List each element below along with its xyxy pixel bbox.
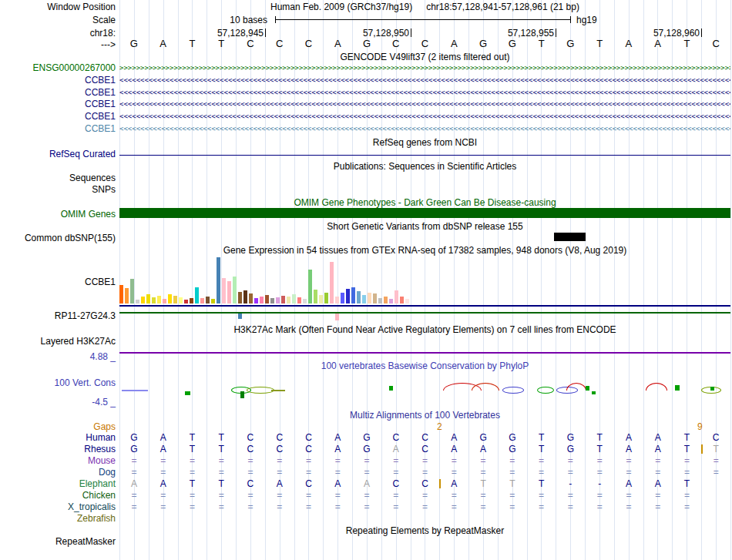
gtex-expression-bar[interactable] bbox=[184, 300, 188, 303]
gtex-expression-bar[interactable] bbox=[136, 300, 139, 303]
transcript-item[interactable]: >>>>>>>>>>>>>>>>>>>>>>>>>>>>>>>>>>>>>>>>… bbox=[119, 63, 730, 73]
gtex-expression-bar[interactable] bbox=[373, 293, 377, 303]
conservation-mark bbox=[586, 386, 589, 391]
gtex-expression-bar[interactable] bbox=[276, 297, 280, 303]
h3k27ac-track-label[interactable]: Layered H3K27Ac bbox=[0, 336, 116, 347]
gtex-expression-bar[interactable] bbox=[249, 293, 253, 303]
gtex-expression-bar[interactable] bbox=[292, 294, 296, 303]
gtex-expression-bar[interactable] bbox=[335, 314, 339, 320]
gtex-expression-bar[interactable] bbox=[206, 297, 210, 303]
transcript-item[interactable]: <<<<<<<<<<<<<<<<<<<<<<<<<<<<<<<<<<<<<<<<… bbox=[119, 112, 730, 122]
species-label-human[interactable]: Human bbox=[0, 432, 116, 443]
gtex-expression-bar[interactable] bbox=[281, 296, 285, 303]
gtex-expression-bar[interactable] bbox=[400, 297, 404, 303]
omim-gene-item[interactable] bbox=[119, 208, 730, 218]
gene-label[interactable]: CCBE1 bbox=[0, 123, 116, 134]
dbsnp-track-label[interactable]: Common dbSNP(155) bbox=[0, 233, 116, 243]
gtex-expression-bar[interactable] bbox=[389, 299, 393, 303]
gtex-expression-bar[interactable] bbox=[357, 291, 361, 303]
gtex-expression-bar[interactable] bbox=[405, 299, 409, 303]
gtex-expression-bar[interactable] bbox=[179, 297, 183, 303]
gtex-expression-bar[interactable] bbox=[319, 295, 323, 303]
gtex-expression-bar[interactable] bbox=[308, 270, 312, 303]
species-label-elephant[interactable]: Elephant bbox=[0, 478, 116, 489]
gtex-expression-bar[interactable] bbox=[146, 294, 150, 303]
base-letter: G bbox=[352, 39, 381, 49]
omim-genes-label[interactable]: OMIM Genes bbox=[0, 209, 116, 220]
refseq-curated-label[interactable]: RefSeq Curated bbox=[0, 149, 116, 159]
gtex-expression-bar[interactable] bbox=[335, 297, 339, 303]
repeatmasker-track-label[interactable]: RepeatMasker bbox=[0, 536, 116, 547]
gtex-expression-bar[interactable] bbox=[260, 297, 264, 303]
gtex-expression-bar[interactable] bbox=[351, 287, 355, 303]
alignment-base: C bbox=[236, 478, 265, 489]
species-label-dog[interactable]: Dog bbox=[0, 467, 116, 478]
gtex-expression-bar[interactable] bbox=[238, 292, 242, 303]
species-label-x_tropicalis[interactable]: X_tropicalis bbox=[0, 501, 116, 512]
gtex-expression-bar[interactable] bbox=[211, 299, 215, 303]
gtex-expression-bar[interactable] bbox=[324, 293, 328, 303]
gtex-expression-bar[interactable] bbox=[195, 287, 199, 303]
gtex-expression-bar[interactable] bbox=[200, 298, 204, 303]
transcript-item[interactable]: <<<<<<<<<<<<<<<<<<<<<<<<<<<<<<<<<<<<<<<<… bbox=[119, 124, 730, 134]
alignment-base: = bbox=[614, 455, 643, 466]
gtex-expression-bar[interactable] bbox=[130, 279, 134, 303]
gaps-row-label[interactable]: Gaps bbox=[0, 421, 116, 432]
gtex-expression-bar[interactable] bbox=[314, 290, 317, 303]
species-label-mouse[interactable]: Mouse bbox=[0, 455, 116, 466]
gtex-expression-bar[interactable] bbox=[163, 299, 166, 303]
rp11-gene-label[interactable]: RP11-27G24.3 bbox=[0, 310, 116, 321]
transcript-item[interactable]: <<<<<<<<<<<<<<<<<<<<<<<<<<<<<<<<<<<<<<<<… bbox=[119, 75, 730, 86]
sequences-track-label[interactable]: Sequences bbox=[0, 173, 116, 183]
gtex-expression-bar[interactable] bbox=[222, 278, 226, 303]
gtex-expression-bar[interactable] bbox=[168, 294, 172, 303]
gtex-expression-bar[interactable] bbox=[190, 298, 193, 303]
gene-label[interactable]: CCBE1 bbox=[0, 99, 116, 109]
rp11-gene-line[interactable] bbox=[119, 312, 730, 314]
gtex-bar-chart[interactable] bbox=[119, 254, 411, 303]
gtex-expression-bar[interactable] bbox=[227, 281, 231, 303]
gtex-expression-bar[interactable] bbox=[125, 288, 129, 303]
gtex-expression-bar[interactable] bbox=[330, 262, 334, 303]
gene-label[interactable]: CCBE1 bbox=[0, 111, 116, 122]
species-label-chicken[interactable]: Chicken bbox=[0, 490, 116, 501]
gtex-expression-bar[interactable] bbox=[368, 293, 371, 303]
transcript-item[interactable]: <<<<<<<<<<<<<<<<<<<<<<<<<<<<<<<<<<<<<<<<… bbox=[119, 99, 730, 109]
base-letter: A bbox=[323, 39, 352, 49]
gtex-expression-bar[interactable] bbox=[346, 289, 350, 303]
gene-label[interactable]: CCBE1 bbox=[0, 87, 116, 98]
snps-track-label[interactable]: SNPs bbox=[0, 184, 116, 195]
gtex-expression-bar[interactable] bbox=[238, 314, 242, 319]
conservation-track-label[interactable]: 100 Vert. Cons bbox=[0, 377, 116, 388]
gtex-expression-bar[interactable] bbox=[157, 296, 161, 303]
dbsnp-item[interactable] bbox=[554, 233, 586, 241]
gtex-gene-label[interactable]: CCBE1 bbox=[0, 277, 116, 287]
gtex-expression-bar[interactable] bbox=[152, 297, 156, 303]
gtex-expression-bar[interactable] bbox=[297, 297, 301, 303]
gtex-expression-bar[interactable] bbox=[270, 298, 274, 303]
gtex-expression-bar[interactable] bbox=[395, 290, 398, 303]
gtex-expression-bar[interactable] bbox=[119, 285, 123, 303]
species-label-zebrafish[interactable]: Zebrafish bbox=[0, 513, 116, 524]
species-label-rhesus[interactable]: Rhesus bbox=[0, 444, 116, 454]
h3k27ac-signal[interactable] bbox=[119, 352, 730, 354]
gtex-expression-bar[interactable] bbox=[378, 298, 382, 303]
gtex-expression-bar[interactable] bbox=[254, 298, 258, 303]
gtex-expression-bar[interactable] bbox=[265, 295, 269, 303]
transcript-item[interactable]: <<<<<<<<<<<<<<<<<<<<<<<<<<<<<<<<<<<<<<<<… bbox=[119, 88, 730, 98]
alignment-base: C bbox=[236, 444, 265, 454]
gtex-expression-bar[interactable] bbox=[233, 277, 237, 303]
gtex-expression-bar[interactable] bbox=[287, 297, 290, 303]
gtex-expression-bar[interactable] bbox=[384, 297, 388, 303]
refseq-curated-item[interactable] bbox=[119, 155, 730, 156]
gtex-expression-bar[interactable] bbox=[173, 296, 177, 303]
gtex-expression-bar[interactable] bbox=[362, 295, 366, 303]
gtex-expression-bar[interactable] bbox=[217, 257, 220, 303]
alignment-base: = bbox=[673, 455, 702, 466]
gtex-expression-bar[interactable] bbox=[341, 293, 344, 303]
gtex-expression-bar[interactable] bbox=[243, 290, 247, 303]
gene-label[interactable]: CCBE1 bbox=[0, 75, 116, 86]
gtex-expression-bar[interactable] bbox=[303, 299, 307, 303]
gtex-expression-bar[interactable] bbox=[141, 297, 145, 303]
gene-label[interactable]: ENSG00000267000 bbox=[0, 62, 116, 73]
